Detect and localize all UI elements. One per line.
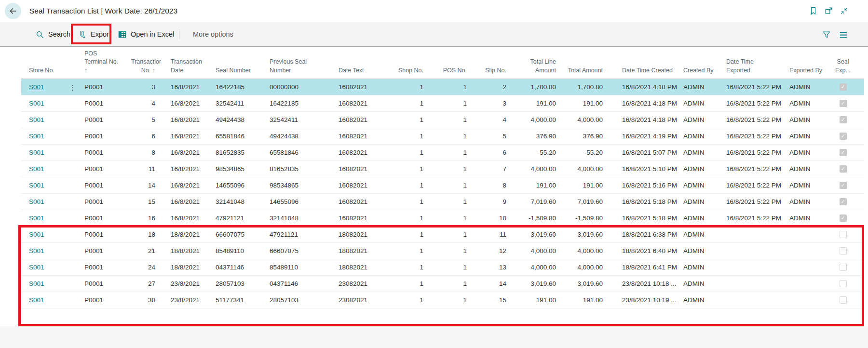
column-header-seal_number[interactable]: Seal Number — [214, 67, 268, 75]
cell-slip_no: 10 — [473, 210, 512, 226]
actionbar-divider — [179, 29, 179, 40]
table-row[interactable]: S001P0001816/8/2021816528356558184616082… — [21, 145, 864, 161]
cell-exported_at: 16/8/2021 5:22 PM — [722, 79, 786, 95]
cell-pos_no: 1 — [429, 177, 473, 193]
store-link[interactable]: S001 — [29, 100, 44, 107]
table-row[interactable]: S001P00011616/8/202147921121321410481608… — [21, 210, 864, 227]
cell-total_amount: 191.00 — [562, 177, 609, 193]
store-link[interactable]: S001 — [29, 165, 44, 173]
cell-prev_seal: 32542411 — [268, 112, 322, 128]
column-header-date_text[interactable]: Date Text — [322, 67, 391, 75]
column-header-created_by[interactable]: Created By — [680, 67, 722, 75]
cell-exported_at: 16/8/2021 5:22 PM — [722, 145, 786, 161]
table-header: Store No.POS Terminal No. ↑Transaction N… — [21, 47, 864, 79]
seal-exported-checkbox — [840, 247, 847, 254]
table-row[interactable]: S001P00012418/8/202104371146854891101808… — [21, 259, 864, 276]
filter-icon[interactable] — [822, 30, 831, 39]
store-link[interactable]: S001 — [29, 231, 44, 238]
cell-trans_no: 5 — [131, 112, 161, 128]
cell-store_no: S001 — [29, 145, 83, 161]
table-row[interactable]: S001P00011116/8/202198534865816528351608… — [21, 161, 864, 177]
column-header-exported_at[interactable]: Date Time Exported — [722, 58, 786, 75]
store-link[interactable]: S001 — [29, 198, 44, 205]
cell-store_no: S001 — [29, 259, 83, 275]
cell-total_line: 4,000.00 — [512, 243, 562, 259]
cell-created_at: 16/8/2021 5:07 PM — [609, 145, 680, 161]
cell-shop_no: 1 — [391, 79, 429, 95]
store-link[interactable]: S001 — [29, 214, 44, 222]
cell-created_by: ADMIN — [680, 227, 722, 242]
seal-exported-checkbox — [840, 116, 847, 123]
column-header-total_amount[interactable]: Total Amount — [562, 67, 609, 75]
column-header-store_no[interactable]: Store No. — [29, 67, 83, 75]
column-header-created_at[interactable]: Date Time Created — [609, 67, 680, 75]
cell-exported_by: ADMIN — [786, 128, 828, 144]
column-header-seal_exported[interactable]: Seal Exp... — [828, 58, 857, 75]
row-menu-icon[interactable]: ⋮ — [69, 83, 76, 91]
store-link[interactable]: S001 — [29, 280, 44, 287]
empty-row — [21, 308, 864, 325]
cell-shop_no: 1 — [391, 161, 429, 177]
store-link[interactable]: S001 — [29, 247, 44, 254]
seal-exported-checkbox — [840, 83, 847, 91]
cell-created_at: 16/8/2021 5:10 PM — [609, 161, 680, 177]
cell-trans_date: 23/8/2021 — [161, 292, 214, 308]
cell-seal_exported — [828, 259, 857, 275]
column-header-prev_seal[interactable]: Previous Seal Number — [268, 58, 322, 75]
table-row[interactable]: S001P0001416/8/2021325424111642218516082… — [21, 95, 864, 112]
cell-pos_terminal: P0001 — [83, 194, 131, 210]
cell-prev_seal: 28057103 — [268, 292, 322, 308]
open-in-new-window-icon[interactable] — [824, 6, 833, 15]
table-row[interactable]: S001P00012118/8/202185489110666070751808… — [21, 243, 864, 259]
collapse-arrows-icon[interactable] — [840, 6, 849, 15]
seal-exported-checkbox — [840, 280, 847, 287]
export-button[interactable]: Export — [78, 22, 111, 46]
store-link[interactable]: S001 — [29, 182, 44, 189]
column-header-pos_terminal[interactable]: POS Terminal No. ↑ — [83, 50, 131, 75]
cell-created_at: 18/8/2021 6:38 PM — [609, 227, 680, 242]
table-row[interactable]: S001P00011818/8/202166607075479211211808… — [21, 227, 864, 243]
table-row[interactable]: S001P0001616/8/2021655818464942443816082… — [21, 128, 864, 145]
cell-pos_no: 1 — [429, 259, 473, 275]
store-link[interactable]: S001 — [29, 296, 44, 304]
table-row[interactable]: S001P00011416/8/202114655096985348651608… — [21, 177, 864, 194]
cell-store_no: S001 — [29, 292, 83, 308]
store-link[interactable]: S001 — [29, 133, 44, 140]
store-link[interactable]: S001 — [29, 264, 44, 271]
open-in-excel-button[interactable]: Open in Excel — [118, 22, 174, 46]
cell-pos_terminal: P0001 — [83, 292, 131, 308]
cell-exported_at — [722, 227, 786, 242]
column-header-slip_no[interactable]: Slip No. — [473, 67, 512, 75]
cell-date_text: 16082021 — [322, 79, 391, 95]
bookmark-icon[interactable] — [809, 6, 818, 15]
cell-seal_number: 85489110 — [214, 243, 268, 259]
column-header-trans_no[interactable]: Transaction No. ↑ — [131, 58, 161, 75]
column-header-total_line[interactable]: Total Line Amount — [512, 58, 562, 75]
table-row[interactable]: S001⋮P0001316/8/202116422185000000001608… — [21, 79, 864, 95]
cell-shop_no: 1 — [391, 292, 429, 308]
column-header-shop_no[interactable]: Shop No. — [391, 67, 429, 75]
cell-prev_seal: 14655096 — [268, 194, 322, 210]
cell-seal_number: 32542411 — [214, 95, 268, 111]
table-row[interactable]: S001P00012723/8/202128057103043711462308… — [21, 276, 864, 292]
more-options-label: More options — [193, 30, 233, 38]
table-row[interactable]: S001P00013023/8/202151177341280571032308… — [21, 292, 864, 308]
table-row[interactable]: S001P0001516/8/2021494244383254241116082… — [21, 112, 864, 128]
back-button[interactable] — [5, 3, 21, 19]
cell-total_line: 3,019.60 — [512, 276, 562, 292]
column-header-exported_by[interactable]: Exported By — [786, 67, 828, 75]
seal-exported-checkbox — [840, 182, 847, 189]
cell-date_text: 18082021 — [322, 243, 391, 259]
cell-store_no: S001 — [29, 276, 83, 292]
store-link[interactable]: S001 — [29, 83, 44, 91]
column-header-pos_no[interactable]: POS No. — [429, 67, 473, 75]
store-link[interactable]: S001 — [29, 116, 44, 123]
store-link[interactable]: S001 — [29, 149, 44, 156]
table-row[interactable]: S001P00011516/8/202132141048146550961608… — [21, 194, 864, 210]
more-options-button[interactable]: More options — [193, 22, 233, 46]
column-header-trans_date[interactable]: Transaction Date — [161, 58, 214, 75]
cell-date_text: 16082021 — [322, 210, 391, 226]
list-view-icon[interactable] — [839, 30, 848, 39]
cell-exported_by: ADMIN — [786, 95, 828, 111]
search-button[interactable]: Search — [35, 22, 70, 46]
